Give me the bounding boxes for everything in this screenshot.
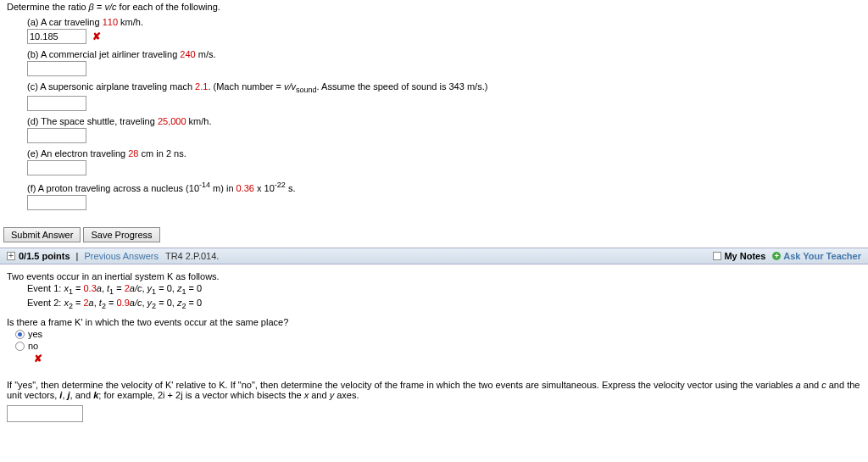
- f-mid: m) in: [210, 183, 236, 193]
- f1: If "yes", then determine the velocity of…: [7, 380, 796, 390]
- e2-y-eq: = 0,: [156, 298, 177, 308]
- e1-t-eq: =: [114, 283, 125, 293]
- b-pre: (b) A commercial jet airliner traveling: [27, 49, 180, 59]
- d-post: km/h.: [186, 116, 212, 126]
- e1-y-eq: = 0,: [156, 283, 177, 293]
- my-notes-label: My Notes: [724, 251, 765, 261]
- e2-t-val: 0.9: [116, 298, 129, 308]
- c-answer-input[interactable]: [27, 96, 86, 111]
- and2: and: [309, 390, 329, 400]
- c2: , and: [70, 390, 94, 400]
- note-icon: [713, 252, 721, 260]
- f-mid2: x 10: [254, 183, 275, 193]
- q1-prompt: Determine the ratio β = v/c for each of …: [7, 2, 861, 12]
- radio-no[interactable]: [15, 342, 25, 351]
- radio-no-label: no: [28, 341, 38, 351]
- wrong-icon: ✘: [34, 353, 42, 365]
- sep: |: [74, 251, 81, 261]
- f-post: s.: [286, 183, 296, 193]
- my-notes-button[interactable]: My Notes: [713, 251, 765, 261]
- e1-pre: Event 1:: [27, 283, 64, 293]
- plus-icon: +: [772, 252, 781, 260]
- followup-text: If "yes", then determine the velocity of…: [7, 380, 861, 400]
- a-post: km/h.: [118, 17, 143, 27]
- d-pre: (d) The space shuttle, traveling: [27, 116, 158, 126]
- f-sup2: -22: [275, 181, 286, 189]
- submit-answer-button[interactable]: Submit Answer: [3, 227, 81, 242]
- f-value: 0.36: [236, 183, 254, 193]
- points-label: 0/1.5 points: [19, 251, 70, 261]
- c-pre: (c) A supersonic airplane traveling mach: [27, 81, 195, 92]
- c-post: . Assume the speed of sound is 343 m/s.): [317, 81, 488, 92]
- part-d: (d) The space shuttle, traveling 25,000 …: [27, 116, 861, 143]
- f-pre: (f) A proton traveling across a nucleus …: [27, 183, 199, 193]
- a-pre: (a) A car traveling: [27, 17, 103, 27]
- question-2: Two events occur in an inertial system K…: [0, 264, 868, 427]
- e-pre: (e) An electron traveling: [27, 148, 128, 159]
- part-e: (e) An electron traveling 28 cm in 2 ns.: [27, 148, 861, 175]
- e-value: 28: [128, 148, 138, 159]
- e-answer-input[interactable]: [27, 160, 86, 175]
- c-vv: v/v: [284, 81, 296, 92]
- and1: and: [801, 380, 821, 390]
- e1-ac: a/c: [130, 283, 142, 293]
- e1-z-eq: = 0: [186, 283, 202, 293]
- radio-no-row[interactable]: no: [15, 341, 861, 351]
- vc-ratio: v/c: [104, 2, 116, 12]
- event-2: Event 2: x2 = 2a, t2 = 0.9a/c, y2 = 0, z…: [27, 298, 861, 310]
- part-f: (f) A proton traveling across a nucleus …: [27, 181, 861, 210]
- save-progress-button[interactable]: Save Progress: [83, 227, 159, 242]
- previous-answers-link[interactable]: Previous Answers: [85, 251, 159, 261]
- q1-eq: =: [94, 2, 105, 12]
- e1-x-val: 0.3: [83, 283, 96, 293]
- f4: axes.: [334, 390, 359, 400]
- a-value: 110: [103, 17, 118, 27]
- wrong-feedback: ✘: [31, 353, 861, 365]
- ask-teacher-label: Ask Your Teacher: [783, 251, 861, 261]
- velocity-answer-input[interactable]: [7, 405, 83, 422]
- assignment-code: TR4 2.P.014.: [165, 251, 219, 261]
- d-answer-input[interactable]: [27, 128, 86, 143]
- f-answer-input[interactable]: [27, 195, 86, 210]
- wrong-icon: ✘: [92, 31, 101, 42]
- e1-x-eq: =: [73, 283, 84, 293]
- part-a: (a) A car traveling 110 km/h. ✘: [27, 17, 861, 44]
- b-value: 240: [180, 49, 195, 59]
- e2-t-eq: =: [106, 298, 117, 308]
- b-answer-input[interactable]: [27, 61, 86, 76]
- e2-ac: a/c: [130, 298, 142, 308]
- d-value: 25,000: [158, 116, 186, 126]
- c-sub: sound: [296, 86, 317, 94]
- ask-teacher-button[interactable]: + Ask Your Teacher: [772, 251, 861, 261]
- f-sup1: -14: [199, 181, 210, 189]
- f3: ; for example, 2i + 2j is a vector which…: [98, 390, 303, 400]
- q1-prompt-post: for each of the following.: [117, 2, 220, 12]
- b-post: m/s.: [196, 49, 216, 59]
- expand-icon[interactable]: +: [7, 252, 15, 260]
- radio-yes[interactable]: [15, 330, 25, 339]
- question-header-bar: + 0/1.5 points | Previous Answers TR4 2.…: [0, 248, 868, 264]
- part-b: (b) A commercial jet airliner traveling …: [27, 49, 861, 76]
- e-post: cm in 2 ns.: [138, 148, 186, 159]
- c-mid: . (Mach number =: [208, 81, 284, 92]
- q1-prompt-pre: Determine the ratio: [7, 2, 89, 12]
- e2-z-eq: = 0: [186, 298, 202, 308]
- c-value: 2.1: [195, 81, 208, 92]
- radio-yes-row[interactable]: yes: [15, 329, 861, 339]
- event-1: Event 1: x1 = 0.3a, t1 = 2a/c, y1 = 0, z…: [27, 283, 861, 296]
- q2-question: Is there a frame K' in which the two eve…: [7, 317, 861, 327]
- part-c: (c) A supersonic airplane traveling mach…: [27, 81, 861, 111]
- e2-pre: Event 2:: [27, 298, 64, 308]
- question-1: Determine the ratio β = v/c for each of …: [0, 0, 868, 217]
- header-right: My Notes + Ask Your Teacher: [713, 251, 861, 261]
- e2-x-eq: =: [73, 298, 84, 308]
- header-left: + 0/1.5 points | Previous Answers TR4 2.…: [7, 251, 219, 261]
- q2-intro: Two events occur in an inertial system K…: [7, 271, 861, 281]
- a-answer-input[interactable]: [27, 29, 86, 44]
- button-row: Submit Answer Save Progress: [3, 227, 868, 242]
- radio-yes-label: yes: [28, 329, 42, 339]
